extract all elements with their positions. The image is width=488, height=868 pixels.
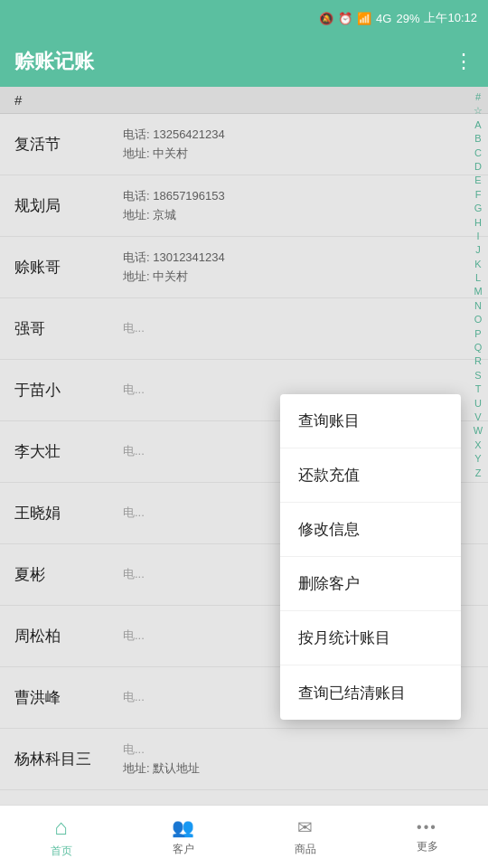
home-icon: ⌂ bbox=[54, 815, 68, 840]
status-bar: 🔕 ⏰ 📶 4G 29% 上午10:12 bbox=[0, 0, 488, 36]
alarm-icon: ⏰ bbox=[338, 12, 352, 25]
nav-products-label: 商品 bbox=[295, 842, 316, 857]
wifi-icon: 📶 bbox=[357, 12, 371, 25]
bottom-nav: ⌂ 首页 👥 客户 ✉ 商品 ••• 更多 bbox=[0, 805, 488, 868]
time-text: 上午10:12 bbox=[424, 10, 477, 26]
mute-icon: 🔕 bbox=[319, 12, 333, 25]
more-nav-icon: ••• bbox=[417, 819, 437, 835]
signal-text: 4G bbox=[376, 12, 391, 25]
nav-customers-label: 客户 bbox=[173, 842, 194, 857]
content-area: # 复活节 电话: 13256421234 地址: 中关村 规划局 电话: 18… bbox=[0, 87, 488, 805]
app-title: 赊账记账 bbox=[14, 48, 94, 75]
context-menu-query-settled[interactable]: 查询已结清账目 bbox=[280, 665, 461, 720]
context-menu-edit-info[interactable]: 修改信息 bbox=[280, 503, 461, 557]
context-menu: 查询账目 还款充值 修改信息 删除客户 按月统计账目 查询已结清账目 bbox=[280, 394, 461, 720]
nav-more[interactable]: ••• 更多 bbox=[366, 806, 488, 868]
context-menu-monthly-stats[interactable]: 按月统计账目 bbox=[280, 611, 461, 665]
nav-customers[interactable]: 👥 客户 bbox=[122, 806, 244, 868]
nav-home[interactable]: ⌂ 首页 bbox=[0, 806, 122, 868]
context-menu-repay[interactable]: 还款充值 bbox=[280, 448, 461, 503]
nav-more-label: 更多 bbox=[417, 839, 438, 854]
more-button[interactable]: ⋮ bbox=[454, 50, 474, 73]
context-menu-query-account[interactable]: 查询账目 bbox=[280, 394, 461, 448]
battery-text: 29% bbox=[396, 12, 419, 25]
nav-home-label: 首页 bbox=[51, 844, 72, 859]
nav-products[interactable]: ✉ 商品 bbox=[244, 806, 366, 868]
app-header: 赊账记账 ⋮ bbox=[0, 36, 488, 87]
context-menu-delete-customer[interactable]: 删除客户 bbox=[280, 557, 461, 611]
products-icon: ✉ bbox=[297, 816, 313, 838]
customers-icon: 👥 bbox=[172, 816, 194, 838]
